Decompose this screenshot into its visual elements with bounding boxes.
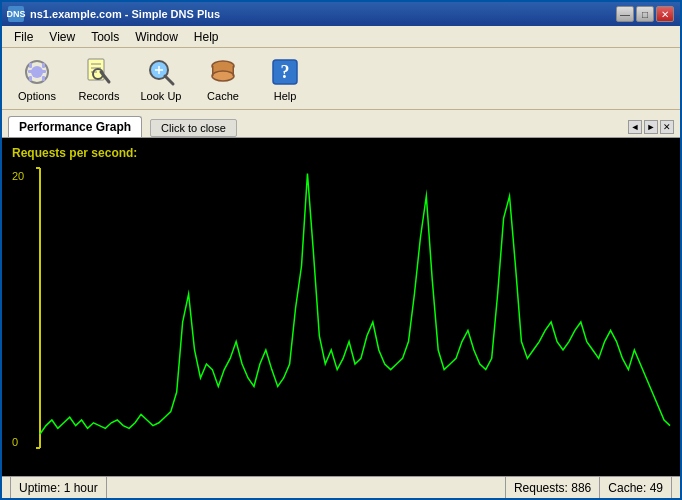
cache-button[interactable]: Cache <box>194 53 252 105</box>
svg-rect-3 <box>42 63 45 68</box>
tab-strip: Performance Graph Click to close ◄ ► ✕ <box>2 110 680 138</box>
window-title: ns1.example.com - Simple DNS Plus <box>30 8 220 20</box>
graph-area: Requests per second: 20 0 <box>2 138 680 476</box>
svg-point-19 <box>212 71 234 81</box>
toolbar: Options Records <box>2 48 680 110</box>
lookup-button[interactable]: Look Up <box>132 53 190 105</box>
svg-rect-2 <box>29 63 32 68</box>
performance-graph-tab[interactable]: Performance Graph <box>8 116 142 137</box>
menu-file[interactable]: File <box>6 28 41 46</box>
graph-y-max: 20 <box>12 170 24 182</box>
cache-icon <box>207 56 239 88</box>
lookup-label: Look Up <box>141 90 182 102</box>
tab-close-button[interactable]: Click to close <box>150 119 237 137</box>
uptime-status: Uptime: 1 hour <box>10 477 107 498</box>
svg-line-14 <box>165 76 173 84</box>
cache-status: Cache: 49 <box>600 477 672 498</box>
svg-rect-5 <box>42 76 45 81</box>
svg-rect-20 <box>212 66 214 76</box>
records-icon <box>83 56 115 88</box>
minimize-button[interactable]: — <box>616 6 634 22</box>
help-icon: ? <box>269 56 301 88</box>
graph-y-axis-label: Requests per second: <box>12 146 137 160</box>
options-label: Options <box>18 90 56 102</box>
main-window: DNS ns1.example.com - Simple DNS Plus — … <box>0 0 682 500</box>
help-button[interactable]: ? Help <box>256 53 314 105</box>
tab-back-button[interactable]: ◄ <box>628 120 642 134</box>
tab-nav-close-button[interactable]: ✕ <box>660 120 674 134</box>
tab-navigation: ◄ ► ✕ <box>628 120 674 137</box>
svg-rect-21 <box>233 66 235 76</box>
menu-bar: File View Tools Window Help <box>2 26 680 48</box>
title-bar: DNS ns1.example.com - Simple DNS Plus — … <box>2 2 680 26</box>
title-bar-left: DNS ns1.example.com - Simple DNS Plus <box>8 6 220 22</box>
help-label: Help <box>274 90 297 102</box>
window-controls: — □ ✕ <box>616 6 674 22</box>
menu-help[interactable]: Help <box>186 28 227 46</box>
svg-rect-7 <box>41 70 46 73</box>
menu-window[interactable]: Window <box>127 28 186 46</box>
app-icon: DNS <box>8 6 24 22</box>
menu-tools[interactable]: Tools <box>83 28 127 46</box>
menu-view[interactable]: View <box>41 28 83 46</box>
performance-canvas <box>2 138 680 476</box>
options-icon <box>21 56 53 88</box>
requests-status: Requests: 886 <box>505 477 600 498</box>
lookup-icon <box>145 56 177 88</box>
graph-y-min: 0 <box>12 436 18 448</box>
svg-rect-4 <box>29 76 32 81</box>
tab-forward-button[interactable]: ► <box>644 120 658 134</box>
status-bar: Uptime: 1 hour Requests: 886 Cache: 49 <box>2 476 680 498</box>
status-right: Requests: 886 Cache: 49 <box>505 477 672 498</box>
close-window-button[interactable]: ✕ <box>656 6 674 22</box>
records-label: Records <box>79 90 120 102</box>
options-button[interactable]: Options <box>8 53 66 105</box>
maximize-button[interactable]: □ <box>636 6 654 22</box>
svg-text:?: ? <box>281 62 290 82</box>
records-button[interactable]: Records <box>70 53 128 105</box>
cache-label: Cache <box>207 90 239 102</box>
svg-rect-6 <box>28 70 33 73</box>
